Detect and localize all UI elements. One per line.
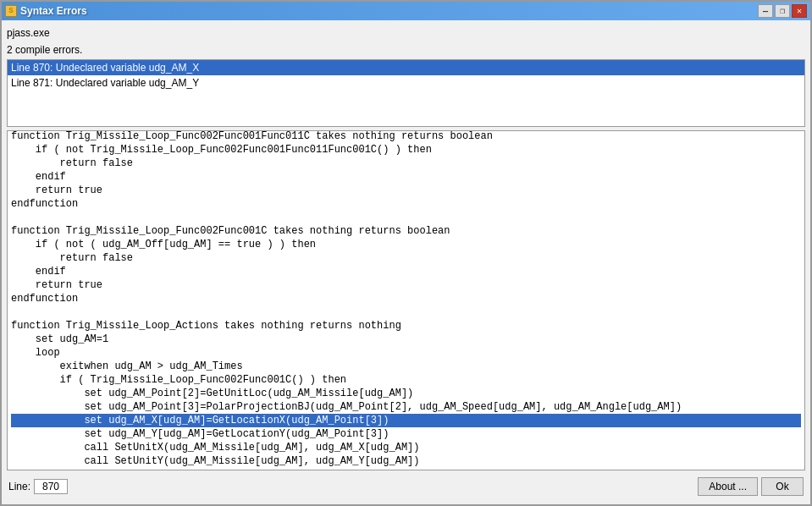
code-area-wrapper: endfunction function Trig_Missile_Loop_F… — [7, 130, 805, 470]
code-line-7: endfunction — [11, 197, 801, 211]
error-item-0[interactable]: Line 870: Undeclared variable udg_AM_X — [8, 60, 804, 75]
code-line-24: set udg_AM_Y[udg_AM]=GetLocationY(udg_AM… — [11, 427, 801, 441]
code-line-20: if ( Trig_Missile_Loop_Func002Func001C()… — [11, 373, 801, 387]
title-bar-buttons: — ❐ ✕ — [758, 4, 807, 18]
code-line-5: endif — [11, 170, 801, 184]
ok-button[interactable]: Ok — [761, 477, 804, 496]
code-line-26: call SetUnitY(udg_AM_Missile[udg_AM], ud… — [11, 454, 801, 468]
code-line-13: return true — [11, 278, 801, 292]
code-line-16: function Trig_Missile_Loop_Actions takes… — [11, 319, 801, 333]
app-name: pjass.exe — [7, 25, 805, 41]
title-bar: S Syntax Errors — ❐ ✕ — [2, 2, 810, 20]
window-title: Syntax Errors — [20, 5, 87, 17]
line-label: Line: — [8, 481, 30, 492]
code-line-3: if ( not Trig_Missile_Loop_Func002Func00… — [11, 143, 801, 157]
code-line-19: exitwhen udg_AM > udg_AM_Times — [11, 360, 801, 373]
errors-list: Line 870: Undeclared variable udg_AM_XLi… — [7, 59, 805, 127]
code-line-2: function Trig_Missile_Loop_Func002Func00… — [11, 131, 801, 143]
line-value: 870 — [34, 479, 68, 494]
code-line-4: return false — [11, 157, 801, 170]
code-line-12: endif — [11, 265, 801, 278]
window-body: pjass.exe 2 compile errors. Line 870: Un… — [2, 20, 810, 504]
code-line-18: loop — [11, 346, 801, 360]
minimize-button[interactable]: — — [758, 4, 773, 18]
code-line-15 — [11, 305, 801, 319]
title-bar-left: S Syntax Errors — [5, 5, 87, 17]
code-line-9: function Trig_Missile_Loop_Func002Func00… — [11, 224, 801, 238]
code-line-6: return true — [11, 184, 801, 197]
code-line-17: set udg_AM=1 — [11, 333, 801, 346]
code-line-11: return false — [11, 251, 801, 265]
main-window: S Syntax Errors — ❐ ✕ pjass.exe 2 compil… — [0, 0, 812, 506]
bottom-buttons: About ... Ok — [698, 477, 804, 496]
compile-errors-label: 2 compile errors. — [7, 44, 805, 56]
window-icon: S — [5, 5, 17, 17]
code-line-25: call SetUnitX(udg_AM_Missile[udg_AM], ud… — [11, 441, 801, 454]
code-line-8 — [11, 211, 801, 224]
restore-button[interactable]: ❐ — [775, 4, 790, 18]
bottom-bar: Line: 870 About ... Ok — [7, 474, 805, 499]
code-line-23: set udg_AM_X[udg_AM]=GetLocationX(udg_AM… — [11, 414, 801, 427]
code-area: endfunction function Trig_Missile_Loop_F… — [8, 131, 804, 470]
code-line-22: set udg_AM_Point[3]=PolarProjectionBJ(ud… — [11, 400, 801, 414]
about-button[interactable]: About ... — [698, 477, 758, 496]
line-indicator: Line: 870 — [8, 479, 68, 494]
code-line-10: if ( not ( udg_AM_Off[udg_AM] == true ) … — [11, 238, 801, 251]
code-line-21: set udg_AM_Point[2]=GetUnitLoc(udg_AM_Mi… — [11, 387, 801, 400]
close-button[interactable]: ✕ — [792, 4, 807, 18]
error-item-1[interactable]: Line 871: Undeclared variable udg_AM_Y — [8, 75, 804, 91]
code-line-14: endfunction — [11, 292, 801, 305]
